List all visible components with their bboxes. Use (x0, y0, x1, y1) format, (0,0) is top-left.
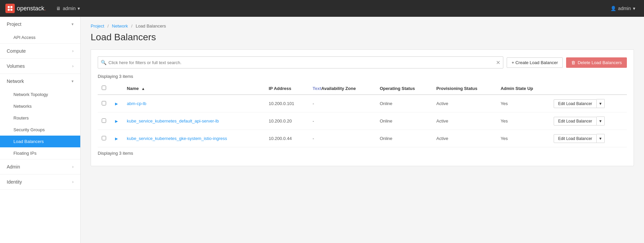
edit-lb-button-1[interactable]: Edit Load Balancer (554, 117, 596, 126)
name-cell-2: kube_service_kubernetes_gke-system_istio… (123, 130, 265, 147)
row-checkbox-cell (98, 112, 110, 130)
operating-status-cell-2: Online (376, 130, 432, 147)
chevron-down-icon: ▾ (72, 22, 74, 27)
breadcrumb-network[interactable]: Network (112, 23, 128, 29)
breadcrumb-project[interactable]: Project (91, 23, 104, 29)
trash-icon: 🗑 (571, 60, 576, 65)
openstack-logo: openstack. (5, 4, 46, 13)
chevron-right-icon: › (72, 49, 74, 53)
admin-label: Admin (7, 164, 20, 169)
displaying-items-top: Displaying 3 items (98, 74, 627, 79)
availability-zone-column-header: TextAvailability Zone (309, 82, 376, 95)
operating-status-cell-0: Online (376, 95, 432, 112)
search-input-wrap: 🔍 ✕ (98, 56, 503, 68)
search-bar: 🔍 ✕ + Create Load Balancer 🗑 Delete Load… (98, 56, 627, 68)
actions-cell-2: Edit Load Balancer ▾ (550, 130, 627, 147)
sidebar-item-load-balancers[interactable]: Load Balancers (0, 136, 80, 147)
select-all-header (98, 82, 110, 95)
lb-name-link-2[interactable]: kube_service_kubernetes_gke-system_istio… (127, 136, 227, 141)
admin-project-label: admin (63, 6, 76, 11)
svg-rect-0 (8, 6, 10, 8)
select-all-checkbox[interactable] (102, 86, 106, 90)
search-input[interactable] (108, 60, 496, 65)
expand-button-0[interactable]: ► (114, 101, 119, 106)
dropdown-icon: ▾ (78, 6, 80, 11)
compute-section: Compute › (0, 44, 80, 59)
compute-label: Compute (7, 48, 26, 54)
table-row: ► kube_service_kubernetes_default_api-se… (98, 112, 627, 130)
row-checkbox-cell (98, 130, 110, 147)
sidebar-item-routers[interactable]: Routers (0, 112, 80, 124)
create-load-balancer-button[interactable]: + Create Load Balancer (507, 57, 563, 68)
edit-lb-dropdown-1[interactable]: ▾ (597, 116, 605, 126)
actions-cell-1: Edit Load Balancer ▾ (550, 112, 627, 130)
ip-address-column-header: IP Address (265, 82, 309, 95)
name-cell-0: abm-cp-lb (123, 95, 265, 112)
row-checkbox-cell (98, 95, 110, 112)
sidebar-item-project[interactable]: Project ▾ (0, 17, 80, 32)
svg-rect-3 (10, 9, 12, 11)
svg-rect-2 (8, 9, 10, 11)
row-checkbox-0[interactable] (102, 101, 106, 105)
ip-address-cell-1: 10.200.0.20 (265, 112, 309, 130)
content-area: 🔍 ✕ + Create Load Balancer 🗑 Delete Load… (91, 49, 634, 166)
sidebar-item-compute[interactable]: Compute › (0, 44, 80, 58)
expand-cell-1: ► (110, 112, 123, 130)
chevron-right-icon-i: › (72, 180, 74, 184)
load-balancers-table: Name ▲ IP Address TextAvailability Zone … (98, 82, 627, 147)
expand-cell-2: ► (110, 130, 123, 147)
edit-lb-button-0[interactable]: Edit Load Balancer (554, 99, 596, 108)
user-icon: 👤 (610, 6, 616, 11)
navbar-right: 👤 admin ▾ (607, 4, 639, 13)
row-checkbox-1[interactable] (102, 118, 106, 123)
edit-lb-dropdown-2[interactable]: ▾ (597, 134, 605, 143)
clear-search-icon[interactable]: ✕ (496, 59, 500, 66)
admin-state-up-cell-2: Yes (497, 130, 550, 147)
lb-name-link-0[interactable]: abm-cp-lb (127, 101, 146, 106)
delete-label: Delete Load Balancers (578, 60, 622, 65)
sidebar-item-floating-ips[interactable]: Floating IPs (0, 147, 80, 159)
availability-zone-cell-1: - (309, 112, 376, 130)
sidebar-item-identity[interactable]: Identity › (0, 175, 80, 189)
logo-icon (5, 4, 15, 13)
provisioning-status-cell-1: Active (432, 112, 497, 130)
sidebar-item-admin[interactable]: Admin › (0, 159, 80, 174)
lb-name-link-1[interactable]: kube_service_kubernetes_default_api-serv… (127, 118, 219, 124)
breadcrumb: Project / Network / Load Balancers (81, 17, 644, 29)
monitor-icon: 🖥 (56, 6, 61, 11)
admin-state-up-cell-1: Yes (497, 112, 550, 130)
sidebar-item-network-topology[interactable]: Network Topology (0, 89, 80, 100)
user-label: admin (618, 6, 631, 11)
admin-section: Admin › (0, 159, 80, 175)
user-dropdown-icon: ▾ (633, 6, 635, 11)
table-header-row: Name ▲ IP Address TextAvailability Zone … (98, 82, 627, 95)
user-menu[interactable]: 👤 admin ▾ (607, 4, 639, 13)
expand-button-2[interactable]: ► (114, 136, 119, 141)
sidebar-item-security-groups[interactable]: Security Groups (0, 124, 80, 136)
provisioning-status-cell-2: Active (432, 130, 497, 147)
network-section: Network ▾ Network Topology Networks Rout… (0, 74, 80, 159)
identity-label: Identity (7, 179, 22, 185)
edit-lb-dropdown-0[interactable]: ▾ (597, 99, 605, 108)
edit-lb-button-2[interactable]: Edit Load Balancer (554, 134, 596, 143)
network-label: Network (7, 79, 24, 84)
expand-col-header (110, 82, 123, 95)
sidebar-item-api-access[interactable]: API Access (0, 32, 80, 43)
project-section: Project ▾ API Access (0, 17, 80, 44)
name-column-header[interactable]: Name ▲ (123, 82, 265, 95)
name-cell-1: kube_service_kubernetes_default_api-serv… (123, 112, 265, 130)
actions-column-header (550, 82, 627, 95)
chevron-right-icon-v: › (72, 64, 74, 68)
availability-zone-cell-0: - (309, 95, 376, 112)
admin-project-selector[interactable]: 🖥 admin ▾ (53, 4, 83, 13)
operating-status-cell-1: Online (376, 112, 432, 130)
sidebar-item-volumes[interactable]: Volumes › (0, 59, 80, 74)
row-checkbox-2[interactable] (102, 136, 106, 140)
sort-arrow: ▲ (141, 87, 145, 91)
navbar: openstack. 🖥 admin ▾ 👤 admin ▾ (0, 0, 644, 17)
chevron-right-icon-a: › (72, 164, 74, 169)
delete-load-balancers-button[interactable]: 🗑 Delete Load Balancers (566, 57, 627, 68)
expand-button-1[interactable]: ► (114, 118, 119, 124)
sidebar-item-network[interactable]: Network ▾ (0, 74, 80, 89)
sidebar-item-networks[interactable]: Networks (0, 100, 80, 112)
